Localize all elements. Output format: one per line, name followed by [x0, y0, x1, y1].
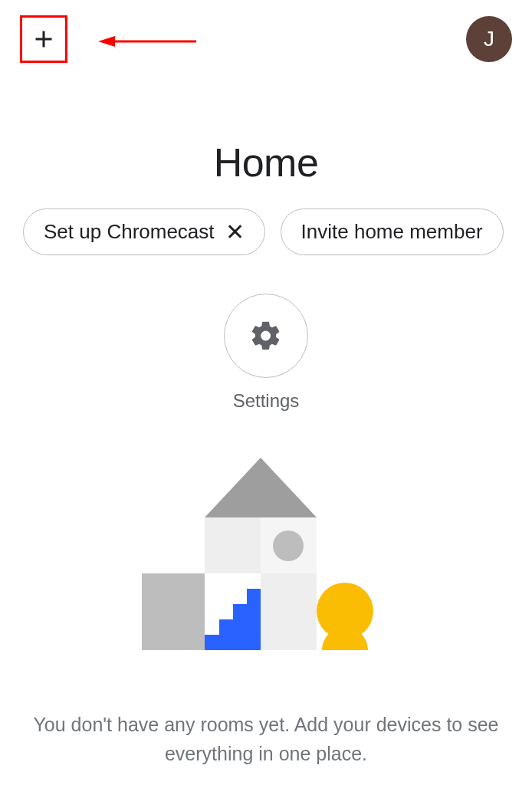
chip-setup-chromecast[interactable]: Set up Chromecast ✕ — [23, 209, 265, 255]
add-button[interactable] — [20, 15, 67, 63]
settings-section: Settings — [0, 294, 532, 412]
avatar-initial: J — [484, 27, 494, 51]
empty-state-message: You don't have any rooms yet. Add your d… — [0, 711, 532, 768]
svg-rect-6 — [142, 573, 205, 650]
annotation-arrow-icon — [98, 34, 198, 49]
page-title: Home — [0, 140, 532, 186]
svg-marker-2 — [205, 458, 317, 517]
suggestion-chips: Set up Chromecast ✕ Invite home member — [0, 209, 532, 255]
settings-button[interactable] — [224, 294, 308, 378]
chip-label: Set up Chromecast — [44, 220, 215, 244]
svg-rect-8 — [261, 573, 317, 650]
app-header: J — [0, 0, 532, 78]
close-icon[interactable]: ✕ — [225, 221, 245, 244]
svg-marker-1 — [98, 36, 115, 47]
profile-avatar[interactable]: J — [466, 16, 512, 62]
svg-rect-3 — [205, 517, 261, 573]
settings-label: Settings — [0, 390, 532, 412]
plus-icon — [30, 25, 57, 53]
chip-invite-member[interactable]: Invite home member — [281, 209, 504, 255]
chip-label: Invite home member — [301, 220, 483, 244]
empty-state-illustration — [128, 458, 404, 672]
gear-icon — [249, 319, 283, 353]
svg-point-5 — [273, 530, 304, 561]
